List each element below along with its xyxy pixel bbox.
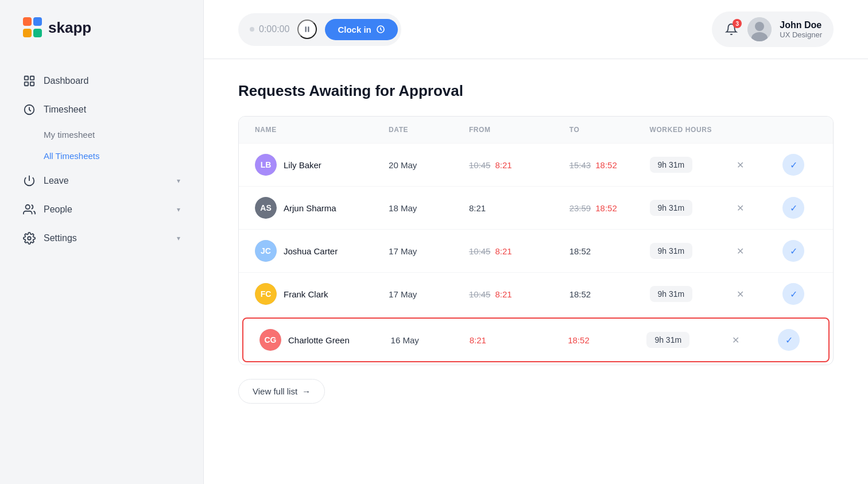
- leave-icon: [23, 175, 36, 187]
- sidebar-item-settings[interactable]: Settings ▾: [0, 224, 203, 253]
- from-updated: 8:21: [495, 160, 512, 170]
- clock-icon: [376, 25, 385, 34]
- sidebar-item-timesheet-label: Timesheet: [44, 104, 86, 115]
- from-updated: 8:21: [495, 246, 512, 256]
- notification-button[interactable]: 3: [723, 21, 739, 37]
- approve-cell: ✓: [782, 197, 817, 219]
- to-cell: 18:52: [568, 335, 646, 345]
- person-avatar: FC: [255, 283, 277, 305]
- person-cell: LB Lily Baker: [255, 154, 389, 176]
- view-full-list-label: View full list: [253, 386, 297, 396]
- approve-button[interactable]: ✓: [782, 197, 804, 219]
- person-avatar: JC: [255, 240, 277, 262]
- worked-cell: 9h 31m: [650, 286, 737, 302]
- person-name: Joshua Carter: [284, 246, 338, 256]
- main-content: 0:00:00 Clock in 3: [204, 0, 868, 484]
- view-full-list-button[interactable]: View full list →: [238, 379, 325, 404]
- reject-button[interactable]: ✕: [737, 203, 744, 214]
- reject-button[interactable]: ✕: [737, 246, 744, 257]
- from-single: 8:21: [470, 335, 486, 345]
- logo-text: skapp: [48, 19, 91, 37]
- sidebar-item-all-timesheets[interactable]: All Timesheets: [0, 145, 203, 167]
- sidebar-item-timesheet[interactable]: Timesheet: [0, 95, 203, 124]
- worked-cell: 9h 31m: [650, 243, 737, 259]
- reject-cell: ✕: [737, 203, 782, 214]
- timer-widget: 0:00:00 Clock in: [238, 13, 401, 46]
- reject-button[interactable]: ✕: [732, 335, 739, 346]
- reject-cell: ✕: [737, 246, 782, 257]
- col-approve: [782, 126, 817, 134]
- notification-badge: 3: [733, 19, 742, 28]
- to-updated: 18:52: [595, 203, 617, 213]
- person-name: Arjun Sharma: [284, 203, 336, 213]
- timer-value: 0:00:00: [259, 24, 289, 34]
- date-cell: 18 May: [389, 203, 469, 213]
- person-cell: JC Joshua Carter: [255, 240, 389, 262]
- approve-button[interactable]: ✓: [782, 240, 804, 262]
- svg-rect-0: [25, 76, 28, 80]
- to-cell: 15:43 18:52: [569, 160, 650, 170]
- worked-hours-badge: 9h 31m: [646, 332, 689, 348]
- table-header: NAME DATE FROM TO WORKED HOURS: [239, 117, 833, 143]
- pause-icon: [303, 25, 311, 33]
- svg-point-11: [755, 22, 764, 31]
- sidebar-item-people[interactable]: People ▾: [0, 195, 203, 224]
- person-cell: CG Charlotte Green: [259, 329, 391, 351]
- timer-display: 0:00:00: [250, 24, 289, 34]
- person-name: Lily Baker: [284, 160, 321, 170]
- approve-button[interactable]: ✓: [782, 154, 804, 176]
- reject-cell: ✕: [737, 160, 782, 171]
- approve-cell: ✓: [778, 329, 812, 351]
- person-cell: AS Arjun Sharma: [255, 197, 389, 219]
- person-name: Frank Clark: [284, 289, 328, 299]
- from-cell: 8:21: [470, 335, 568, 345]
- sidebar-item-my-timesheet[interactable]: My timesheet: [0, 124, 203, 145]
- to-original: 23:59: [569, 203, 591, 213]
- clock-in-button[interactable]: Clock in: [325, 19, 397, 40]
- col-worked: WORKED HOURS: [650, 126, 737, 134]
- worked-cell: 9h 31m: [650, 157, 737, 173]
- logo: skapp: [0, 17, 203, 38]
- leave-chevron-icon: ▾: [177, 177, 180, 185]
- from-normal: 8:21: [469, 203, 486, 213]
- settings-icon: [23, 232, 36, 245]
- to-cell: 18:52: [569, 289, 650, 299]
- approve-button[interactable]: ✓: [778, 329, 800, 351]
- col-name: NAME: [255, 126, 389, 134]
- reject-button[interactable]: ✕: [737, 160, 744, 171]
- pause-button[interactable]: [297, 20, 317, 39]
- sidebar-item-leave-label: Leave: [44, 176, 69, 186]
- col-date: DATE: [389, 126, 469, 134]
- to-normal: 18:52: [569, 246, 591, 256]
- date-cell: 16 May: [391, 335, 470, 345]
- reject-cell: ✕: [732, 335, 778, 346]
- svg-rect-7: [305, 26, 307, 32]
- requests-table: NAME DATE FROM TO WORKED HOURS LB Lily B…: [238, 116, 834, 365]
- reject-button[interactable]: ✕: [737, 289, 744, 300]
- table-row: LB Lily Baker 20 May 10:45 8:21 15:43 18…: [239, 143, 833, 186]
- svg-rect-3: [30, 82, 34, 86]
- avatar-img: CG: [259, 329, 281, 351]
- settings-chevron-icon: ▾: [177, 234, 180, 242]
- content-area: Requests Awaiting for Approval NAME DATE…: [204, 59, 868, 427]
- table-row: JC Joshua Carter 17 May 10:45 8:21 18:52…: [239, 229, 833, 272]
- approve-button[interactable]: ✓: [782, 283, 804, 305]
- svg-rect-1: [30, 76, 34, 80]
- user-role: UX Designer: [780, 30, 822, 39]
- header: 0:00:00 Clock in 3: [204, 0, 868, 59]
- person-avatar: CG: [259, 329, 281, 351]
- person-avatar: AS: [255, 197, 277, 219]
- table-row: AS Arjun Sharma 18 May 8:21 23:59 18:52 …: [239, 186, 833, 229]
- svg-point-6: [28, 237, 31, 240]
- table-row: FC Frank Clark 17 May 10:45 8:21 18:52 9…: [239, 272, 833, 315]
- from-original: 10:45: [469, 289, 491, 299]
- sidebar-item-dashboard[interactable]: Dashboard: [0, 67, 203, 95]
- sidebar-item-leave[interactable]: Leave ▾: [0, 167, 203, 195]
- to-updated: 18:52: [595, 160, 617, 170]
- from-cell: 10:45 8:21: [469, 289, 569, 299]
- from-original: 10:45: [469, 160, 491, 170]
- avatar-image: [747, 17, 772, 41]
- col-from: FROM: [469, 126, 569, 134]
- from-updated: 8:21: [495, 289, 512, 299]
- avatar-img: JC: [255, 240, 277, 262]
